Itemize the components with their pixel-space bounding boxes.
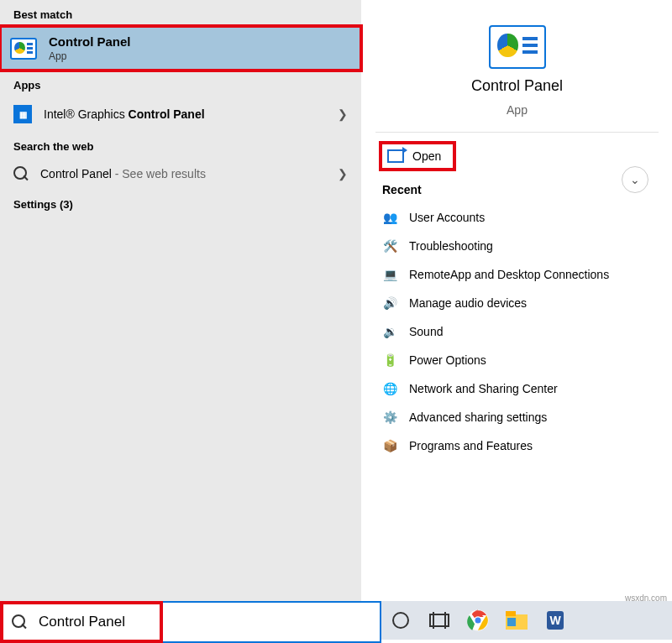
recent-list: 👥User Accounts 🛠️Troubleshooting 💻Remote…	[362, 203, 672, 460]
search-icon	[12, 614, 27, 630]
recent-item[interactable]: 🔋Power Options	[382, 346, 652, 374]
word-icon[interactable]: W	[543, 608, 568, 633]
apps-header: Apps	[0, 71, 361, 97]
svg-text:W: W	[549, 614, 561, 627]
search-web-header: Search the web	[0, 132, 361, 158]
app-item-intel-graphics[interactable]: ▦ Intel® Graphics Control Panel ❯	[0, 97, 361, 132]
web-result-label: Control Panel - See web results	[40, 167, 326, 180]
sharing-settings-icon: ⚙️	[382, 410, 397, 425]
web-result-item[interactable]: Control Panel - See web results ❯	[0, 158, 361, 190]
file-explorer-icon[interactable]	[504, 608, 529, 633]
search-icon	[13, 166, 29, 181]
intel-icon: ▦	[13, 105, 32, 123]
task-view-icon[interactable]	[427, 608, 452, 633]
control-panel-icon	[489, 25, 546, 69]
search-results-panel: Best match Control Panel App Apps ▦ Inte…	[0, 0, 362, 601]
recent-item[interactable]: 🌐Network and Sharing Center	[382, 374, 652, 403]
best-match-item[interactable]: Control Panel App	[0, 26, 361, 71]
watermark: wsxdn.com	[625, 593, 667, 603]
recent-item[interactable]: 📦Programs and Features	[382, 431, 652, 460]
audio-devices-icon: 🔊	[382, 295, 397, 311]
recent-item[interactable]: 🔉Sound	[382, 317, 652, 346]
recent-item[interactable]: ⚙️Advanced sharing settings	[382, 403, 652, 431]
app-item-label: Intel® Graphics Control Panel	[44, 107, 326, 121]
svg-rect-9	[506, 611, 516, 616]
chevron-right-icon: ❯	[338, 167, 348, 180]
chevron-down-icon: ⌄	[630, 173, 640, 186]
search-input[interactable]	[37, 613, 370, 631]
remoteapp-icon: 💻	[382, 267, 397, 282]
troubleshooting-icon: 🛠️	[382, 238, 397, 254]
chrome-icon[interactable]	[465, 608, 491, 633]
best-match-header: Best match	[0, 0, 361, 26]
sound-icon: 🔉	[382, 324, 397, 339]
open-button[interactable]: Open	[382, 144, 453, 168]
user-accounts-icon: 👥	[382, 210, 397, 225]
svg-point-0	[393, 613, 408, 628]
open-label: Open	[412, 149, 441, 163]
recent-item[interactable]: 🔊Manage audio devices	[382, 289, 652, 317]
network-center-icon: 🌐	[382, 381, 397, 396]
best-match-title: Control Panel	[49, 34, 131, 49]
programs-features-icon: 📦	[382, 438, 397, 453]
preview-sub: App	[507, 103, 528, 117]
preview-title: Control Panel	[471, 77, 563, 95]
open-icon	[387, 149, 404, 163]
recent-item[interactable]: 🛠️Troubleshooting	[382, 232, 652, 260]
power-options-icon: 🔋	[382, 353, 397, 368]
best-match-sub: App	[49, 50, 131, 62]
taskbar: W	[381, 601, 672, 640]
svg-rect-10	[507, 618, 516, 626]
settings-header[interactable]: Settings (3)	[0, 190, 361, 216]
bottom-bar: W	[0, 601, 672, 643]
recent-item[interactable]: 💻RemoteApp and Desktop Connections	[382, 260, 652, 289]
preview-pane: Control Panel App Open ⌄ Recent 👥User Ac…	[362, 0, 672, 601]
recent-item[interactable]: 👥User Accounts	[382, 203, 652, 232]
search-box[interactable]	[0, 601, 381, 643]
expand-button[interactable]: ⌄	[622, 166, 648, 193]
control-panel-icon	[10, 38, 37, 60]
cortana-icon[interactable]	[388, 608, 413, 633]
chevron-right-icon: ❯	[338, 107, 348, 121]
